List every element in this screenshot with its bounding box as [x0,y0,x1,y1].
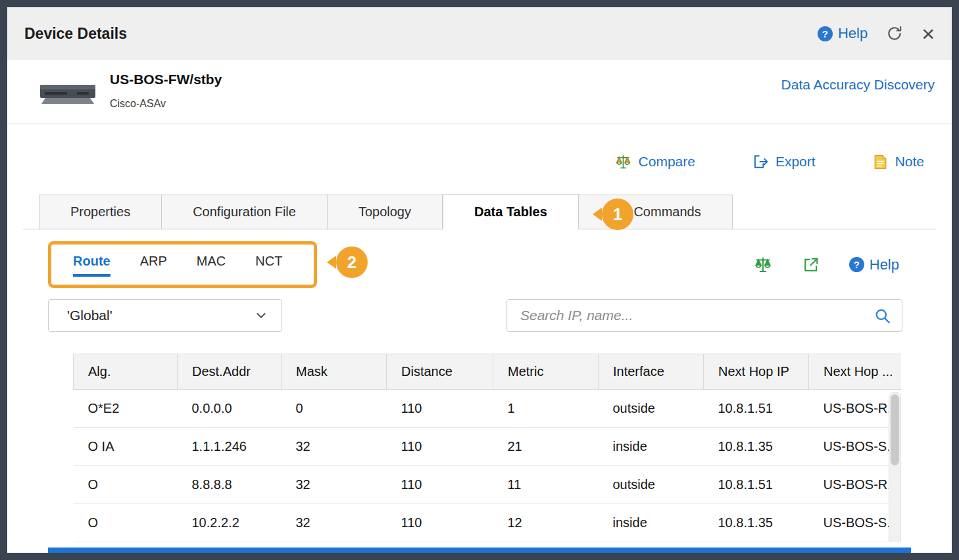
panel-help-link[interactable]: ? Help [849,256,899,273]
table-cell: 8.8.8.8 [178,466,282,504]
note-button[interactable]: Note [872,154,924,170]
device-header: US-BOS-FW/stby Cisco-ASAv Data Accuracy … [7,60,952,124]
search-icon[interactable] [873,307,891,325]
dialog-body: Device Details ? Help × [7,7,952,553]
subtab-label: MAC [197,254,226,268]
help-icon: ? [818,26,833,41]
tab-bar: Properties Configuration File Topology D… [23,194,936,229]
export-icon [752,153,769,170]
export-label: Export [775,154,816,170]
table-cell: 32 [282,466,387,504]
tab-data-tables[interactable]: Data Tables [443,194,579,229]
filter-row: 'Global' [48,299,902,332]
subtab-label: NCT [255,254,282,268]
data-tables-panel: Route ARP MAC NCT [23,229,936,553]
subtab-callout-box: Route ARP MAC NCT [48,241,317,288]
tab-label: Data Tables [474,204,547,220]
table-cell: O [74,504,178,542]
callout-badge-1: 1 [602,198,633,230]
bottom-blue-strip[interactable] [48,548,911,553]
subtab-label: ARP [140,254,167,268]
dialog-main: Compare Export [7,124,952,553]
table-header-row: Alg.Dest.AddrMaskDistanceMetricInterface… [74,354,902,390]
data-accuracy-discovery-link[interactable]: Data Accuracy Discovery [781,77,935,93]
compare-scale-icon [614,153,632,171]
titlebar-actions: ? Help × [818,22,935,45]
help-link[interactable]: ? Help [818,25,868,42]
column-header[interactable]: Distance [387,354,493,390]
route-table-region: Alg.Dest.AddrMaskDistanceMetricInterface… [73,354,901,542]
table-cell: 21 [493,428,599,466]
vrf-dropdown[interactable]: 'Global' [48,299,282,332]
table-cell: 110 [387,466,493,504]
column-header[interactable]: Metric [493,354,599,390]
panel-toolbar: ? Help [753,255,899,275]
column-header[interactable]: Dest.Addr [178,354,282,390]
subtab-bar: Route ARP MAC NCT [48,241,911,288]
device-meta: US-BOS-FW/stby Cisco-ASAv [110,72,222,110]
table-header: Alg.Dest.AddrMaskDistanceMetricInterface… [74,354,902,390]
table-cell: US-BOS-S... [809,504,902,542]
table-cell: inside [599,428,704,466]
column-header[interactable]: Next Hop IP [704,354,809,390]
table-cell: outside [599,466,704,504]
dialog-titlebar: Device Details ? Help × [7,7,952,60]
compare-table-icon[interactable] [753,255,773,275]
device-details-dialog: Device Details ? Help × [0,0,959,560]
tab-topology[interactable]: Topology [328,195,443,229]
table-cell: 32 [282,428,387,466]
table-cell: 10.8.1.35 [704,428,809,466]
subtab-nct[interactable]: NCT [255,254,282,277]
device-image [36,77,99,107]
export-button[interactable]: Export [752,153,816,170]
dialog-title: Device Details [24,25,127,43]
table-cell: 11 [493,466,599,504]
subtab-route[interactable]: Route [73,254,111,277]
table-cell: 0.0.0.0 [178,390,282,428]
tab-configuration-file[interactable]: Configuration File [162,195,328,229]
table-cell: O*E2 [74,390,178,428]
subtab-label: Route [73,254,111,268]
help-icon: ? [849,257,864,272]
table-cell: US-BOS-R1 [809,390,902,428]
table-row[interactable]: O IA1.1.1.2463211021inside10.8.1.35US-BO… [74,428,902,466]
help-link-label: Help [838,25,868,42]
scrollbar-thumb[interactable] [891,394,899,465]
device-name: US-BOS-FW/stby [110,72,222,87]
table-cell: 1 [493,390,599,428]
subtab-arp[interactable]: ARP [140,254,167,277]
column-header[interactable]: Interface [599,354,704,390]
table-cell: 10.8.1.51 [704,390,809,428]
table-cell: 0 [282,390,387,428]
table-cell: US-BOS-S... [809,428,902,466]
close-icon[interactable]: × [922,22,935,45]
table-cell: US-BOS-R1 [809,466,902,504]
chevron-down-icon [255,310,267,321]
tab-label: Configuration File [193,204,296,220]
callout-badge-2: 2 [336,246,368,278]
vertical-scrollbar[interactable] [889,392,901,542]
table-cell: 110 [387,390,493,428]
compare-button[interactable]: Compare [614,153,695,171]
table-cell: 32 [282,504,387,542]
refresh-icon[interactable] [886,25,903,42]
table-cell: O IA [74,428,178,466]
table-cell: 10.8.1.35 [704,504,809,542]
panel-help-label: Help [870,256,899,273]
table-cell: 110 [387,504,493,542]
subtab-mac[interactable]: MAC [197,254,226,277]
open-in-new-icon[interactable] [802,256,820,274]
vrf-dropdown-value: 'Global' [67,308,112,323]
column-header[interactable]: Next Hop ... [809,354,902,390]
table-cell: 1.1.1.246 [178,428,282,466]
column-header[interactable]: Alg. [74,354,178,390]
tab-properties[interactable]: Properties [39,195,162,229]
table-row[interactable]: O10.2.2.23211012inside10.8.1.35US-BOS-S.… [74,504,902,542]
table-row[interactable]: O*E20.0.0.001101outside10.8.1.51US-BOS-R… [74,390,902,428]
column-header[interactable]: Mask [282,354,387,390]
note-label: Note [895,154,924,170]
table-body: O*E20.0.0.001101outside10.8.1.51US-BOS-R… [74,390,902,542]
table-row[interactable]: O8.8.8.83211011outside10.8.1.51US-BOS-R1 [74,466,902,504]
search-input[interactable] [520,308,873,323]
table-cell: 10.8.1.51 [704,466,809,504]
